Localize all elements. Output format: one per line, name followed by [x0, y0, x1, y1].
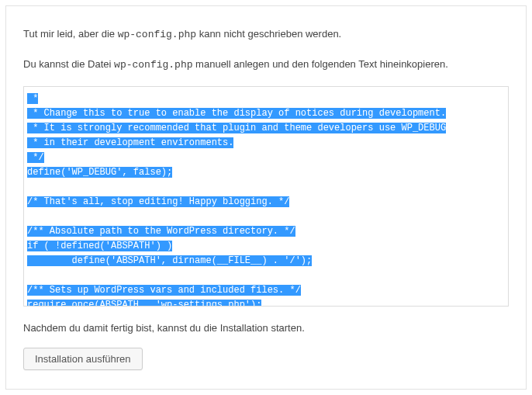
code-line: * Change this to true to enable the disp… — [27, 106, 502, 121]
config-code-textarea[interactable]: * * Change this to true to enable the di… — [23, 86, 509, 307]
wp-config-code-1: wp-config.php — [118, 29, 196, 40]
error-text-pre: Tut mir leid, aber die — [23, 28, 118, 40]
post-instruction: Nachdem du damit fertig bist, kannst du … — [23, 322, 509, 334]
code-line: define('WP_DEBUG', false); — [27, 165, 502, 180]
code-line — [27, 269, 502, 283]
instruction-text-pre: Du kannst die Datei — [23, 58, 114, 70]
wp-config-code-2: wp-config.php — [114, 59, 192, 71]
run-install-button[interactable]: Installation ausführen — [23, 348, 143, 370]
error-message: Tut mir leid, aber die wp-config.php kan… — [23, 26, 509, 43]
code-line: * It is strongly recommended that plugin… — [27, 121, 502, 136]
code-line: require_once(ABSPATH . 'wp-settings.php'… — [27, 298, 502, 307]
code-line: /** Sets up WordPress vars and included … — [27, 283, 502, 298]
error-text-post: kann nicht geschrieben werden. — [196, 28, 341, 40]
code-line — [27, 210, 502, 224]
code-line: * — [27, 92, 502, 106]
code-line: if ( !defined('ABSPATH') ) — [27, 239, 502, 254]
code-line: */ — [27, 151, 502, 165]
code-line — [27, 180, 502, 195]
code-line: define('ABSPATH', dirname(__FILE__) . '/… — [27, 254, 502, 269]
code-line: * in their development environments. — [27, 136, 502, 151]
install-panel: Tut mir leid, aber die wp-config.php kan… — [5, 5, 527, 390]
instruction-text-post: manuell anlegen und den folgenden Text h… — [193, 58, 448, 70]
instruction-message: Du kannst die Datei wp-config.php manuel… — [23, 57, 509, 73]
code-line: /* That's all, stop editing! Happy blogg… — [27, 195, 502, 210]
code-line: /** Absolute path to the WordPress direc… — [27, 224, 502, 239]
